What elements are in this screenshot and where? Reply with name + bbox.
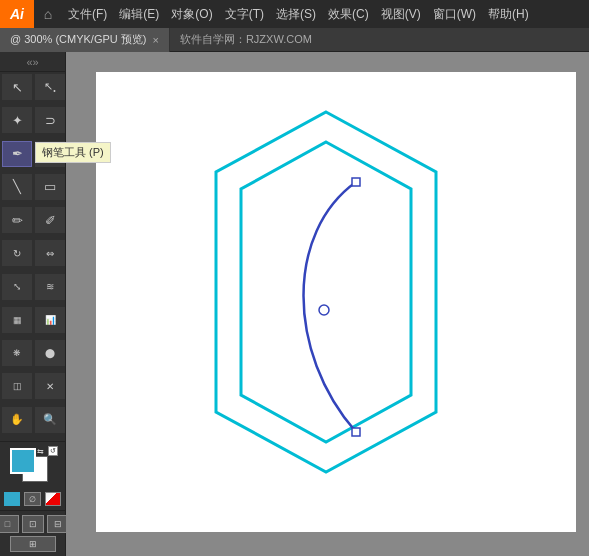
toolbar: «» ↖ ↖• ✦ ⊃ ✒ 钢笔工具 (P) T (0, 52, 66, 556)
gradient-tool[interactable]: ◫ (2, 373, 32, 399)
hand-tool[interactable]: ✋ (2, 407, 32, 433)
anchor-mid[interactable] (319, 305, 329, 315)
home-icon[interactable]: ⌂ (34, 0, 62, 28)
stroke-color-swatch[interactable] (10, 448, 36, 474)
eyedropper-tool[interactable]: ✕ (35, 373, 65, 399)
warp-tool[interactable]: ≋ (35, 274, 65, 300)
mirror-tool[interactable]: ⇔ (35, 240, 65, 266)
bar-chart-tool[interactable]: 📊 (35, 307, 65, 333)
pencil-tool[interactable]: ✐ (35, 207, 65, 233)
tool-grid: ↖ ↖• ✦ ⊃ ✒ 钢笔工具 (P) T ╲ (0, 72, 65, 441)
default-colors-button[interactable]: ↺ (48, 446, 58, 456)
anchor-bottom[interactable] (352, 428, 360, 436)
paintbrush-tool[interactable]: ✏ (2, 207, 32, 233)
tab-close-button[interactable]: × (152, 34, 158, 46)
draw-inside-button[interactable]: ⊡ (22, 515, 44, 533)
canvas-svg (66, 52, 589, 556)
toolbar-collapse[interactable]: «» (0, 52, 65, 72)
document-tab[interactable]: @ 300% (CMYK/GPU 预览) × (0, 28, 170, 52)
tab-title: @ 300% (CMYK/GPU 预览) (10, 32, 146, 47)
color-area: ↺ ⇆ ∅ (0, 441, 65, 510)
magic-wand-tool[interactable]: ✦ (2, 107, 32, 133)
rect-tool[interactable]: ▭ (35, 174, 65, 200)
symbol-tool[interactable]: ❋ (2, 340, 32, 366)
selection-tool[interactable]: ↖ (2, 74, 32, 100)
canvas-white (96, 72, 576, 532)
menu-effect[interactable]: 效果(C) (322, 0, 375, 28)
tab-bar: @ 300% (CMYK/GPU 预览) × 软件自学网：RJZXW.COM (0, 28, 589, 52)
ai-logo: Ai (0, 0, 34, 28)
line-tool[interactable]: ╲ (2, 174, 32, 200)
canvas-area[interactable] (66, 52, 589, 556)
color-mode-fill[interactable] (4, 492, 20, 506)
type-tool[interactable]: T (35, 141, 65, 167)
menu-bar: 文件(F) 编辑(E) 对象(O) 文字(T) 选择(S) 效果(C) 视图(V… (62, 0, 589, 28)
graph-tool[interactable]: ▦ (2, 307, 32, 333)
color-mode-gradient[interactable] (45, 492, 61, 506)
menu-select[interactable]: 选择(S) (270, 0, 322, 28)
swap-colors-button[interactable]: ⇆ (36, 446, 46, 456)
zoom-tool[interactable]: 🔍 (35, 407, 65, 433)
menu-file[interactable]: 文件(F) (62, 0, 113, 28)
menu-object[interactable]: 对象(O) (165, 0, 218, 28)
lasso-tool[interactable]: ⊃ (35, 107, 65, 133)
color-mode-none[interactable]: ∅ (24, 492, 40, 506)
scale-tool[interactable]: ⤡ (2, 274, 32, 300)
menu-view[interactable]: 视图(V) (375, 0, 427, 28)
tab-site-label: 软件自学网：RJZXW.COM (170, 32, 322, 47)
main-area: «» ↖ ↖• ✦ ⊃ ✒ 钢笔工具 (P) T (0, 52, 589, 556)
screen-mode-button[interactable]: ⊞ (10, 536, 56, 552)
direct-selection-tool[interactable]: ↖• (35, 74, 65, 100)
normal-mode-button[interactable]: □ (0, 515, 19, 533)
menu-text[interactable]: 文字(T) (219, 0, 270, 28)
rotate-tool[interactable]: ↻ (2, 240, 32, 266)
drawing-mode-area: □ ⊡ ⊟ ⊞ (0, 510, 65, 556)
anchor-top[interactable] (352, 178, 360, 186)
menu-edit[interactable]: 编辑(E) (113, 0, 165, 28)
menu-window[interactable]: 窗口(W) (427, 0, 482, 28)
menu-help[interactable]: 帮助(H) (482, 0, 535, 28)
color-mode-row: ∅ (4, 492, 61, 506)
paint-bucket-tool[interactable]: ⬤ (35, 340, 65, 366)
pen-tool[interactable]: ✒ 钢笔工具 (P) (2, 141, 32, 167)
